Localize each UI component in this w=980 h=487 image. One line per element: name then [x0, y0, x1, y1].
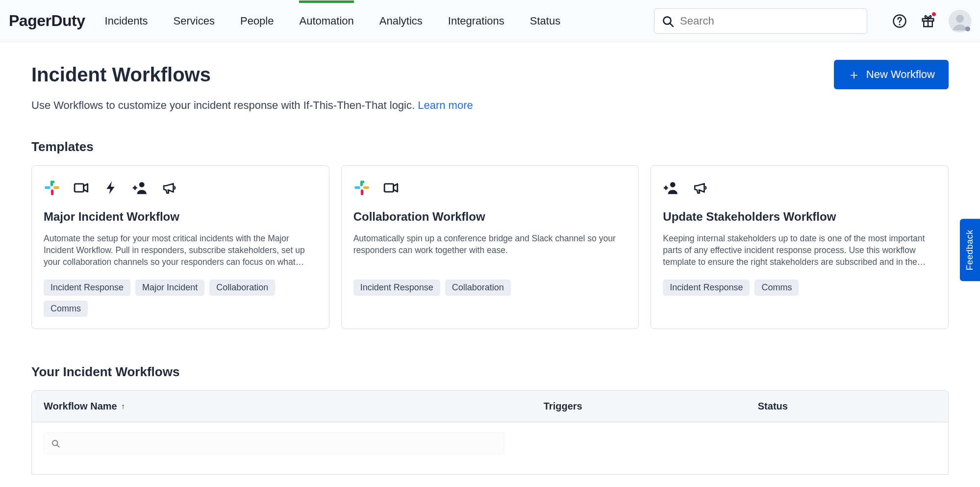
page-title: Incident Workflows [31, 64, 211, 86]
nav-people[interactable]: People [240, 1, 274, 41]
tag: Major Incident [135, 280, 204, 296]
templates-heading: Templates [31, 139, 949, 154]
new-workflow-label: New Workflow [866, 68, 935, 81]
learn-more-link[interactable]: Learn more [418, 99, 473, 111]
megaphone-icon [161, 179, 178, 196]
card-desc: Automate the setup for your most critica… [44, 232, 317, 269]
search-input[interactable] [680, 15, 860, 27]
template-card-collaboration[interactable]: Collaboration Workflow Automatically spi… [341, 165, 639, 329]
tag: Collaboration [445, 280, 511, 296]
card-desc: Keeping internal stakeholders up to date… [663, 232, 936, 269]
card-icons [663, 179, 936, 197]
tag: Incident Response [663, 280, 750, 296]
nav-analytics[interactable]: Analytics [379, 1, 423, 41]
col-status[interactable]: Status [758, 401, 936, 412]
tag: Incident Response [353, 280, 440, 296]
topbar: PagerDuty Incidents Services People Auto… [0, 0, 980, 42]
card-title: Collaboration Workflow [353, 210, 627, 224]
nav-incidents[interactable]: Incidents [105, 1, 148, 41]
megaphone-icon [692, 179, 709, 196]
gift-button[interactable] [918, 11, 938, 31]
sort-asc-icon: ↑ [121, 402, 125, 411]
feedback-tab[interactable]: Feedback [960, 219, 980, 281]
main-nav: Incidents Services People Automation Ana… [105, 1, 561, 41]
col-workflow-name[interactable]: Workflow Name ↑ [44, 401, 544, 412]
card-icons [44, 179, 317, 197]
card-title: Update Stakeholders Workflow [663, 210, 936, 224]
nav-integrations[interactable]: Integrations [448, 1, 504, 41]
plus-icon: ＋ [848, 66, 860, 83]
help-button[interactable] [890, 11, 909, 31]
tag: Collaboration [209, 280, 275, 296]
bolt-icon [102, 179, 119, 196]
workflows-table: Workflow Name ↑ Triggers Status [31, 390, 949, 475]
card-title: Major Incident Workflow [44, 210, 317, 224]
add-person-icon [663, 179, 679, 196]
tag: Incident Response [44, 280, 130, 296]
help-icon [892, 14, 907, 28]
slack-icon [353, 179, 370, 196]
card-tags: Incident Response Comms [663, 280, 936, 296]
table-header: Workflow Name ↑ Triggers Status [32, 391, 948, 422]
global-search[interactable] [654, 8, 867, 34]
brand-logo[interactable]: PagerDuty [9, 12, 85, 30]
video-icon [73, 179, 90, 196]
add-person-icon [132, 179, 149, 196]
card-desc: Automatically spin up a conference bridg… [353, 232, 627, 269]
your-workflows-heading: Your Incident Workflows [31, 364, 949, 380]
search-icon [661, 15, 674, 27]
notification-dot-icon [932, 12, 936, 16]
user-avatar[interactable] [949, 10, 971, 32]
slack-icon [44, 179, 60, 196]
page-lead: Use Workflows to customize your incident… [31, 99, 949, 112]
nav-status[interactable]: Status [530, 1, 560, 41]
tag: Comms [754, 280, 799, 296]
video-icon [383, 179, 400, 196]
table-filter[interactable] [44, 432, 504, 455]
tag: Comms [44, 301, 88, 317]
card-icons [353, 179, 627, 197]
new-workflow-button[interactable]: ＋ New Workflow [834, 60, 949, 89]
card-tags: Incident Response Collaboration [353, 280, 627, 296]
nav-automation[interactable]: Automation [299, 1, 353, 41]
avatar-icon [949, 10, 971, 32]
nav-services[interactable]: Services [174, 1, 215, 41]
template-card-major-incident[interactable]: Major Incident Workflow Automate the set… [31, 165, 329, 329]
col-triggers[interactable]: Triggers [544, 401, 758, 412]
card-tags: Incident Response Major Incident Collabo… [44, 280, 317, 317]
template-card-update-stakeholders[interactable]: Update Stakeholders Workflow Keeping int… [651, 165, 949, 329]
search-icon [51, 439, 60, 448]
templates-row: Major Incident Workflow Automate the set… [31, 165, 949, 329]
table-body [32, 422, 948, 474]
